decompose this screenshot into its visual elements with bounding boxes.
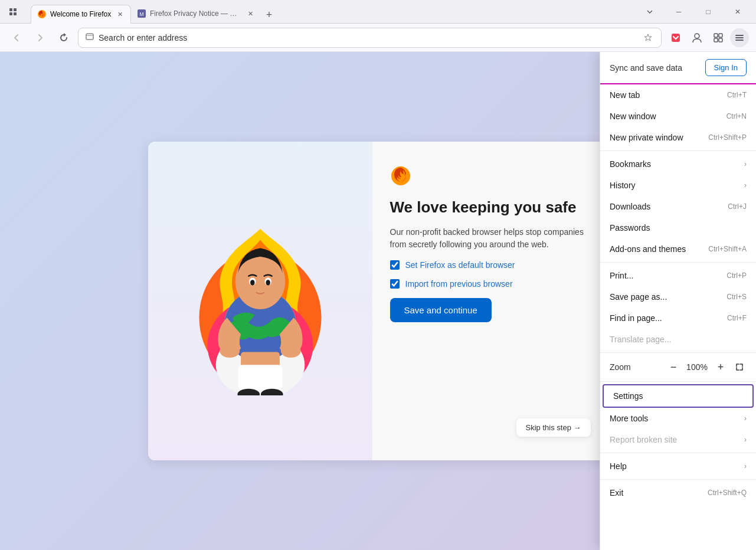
menu-shortcut-find-in-page: Ctrl+F [727, 314, 747, 322]
maximize-button[interactable]: □ [695, 2, 722, 21]
import-browser-row: Import from previous browser [390, 279, 591, 289]
menu-divider [600, 381, 756, 382]
menu-divider [600, 453, 756, 453]
menu-item-passwords[interactable]: Passwords [600, 217, 756, 238]
svg-rect-8 [672, 34, 680, 42]
menu-item-label-more-tools: More tools [610, 414, 648, 423]
svg-rect-12 [714, 38, 718, 42]
menu-arrow-help: › [744, 462, 747, 470]
menu-item-left-addons: Add-ons and themes [610, 244, 686, 254]
reload-button[interactable] [54, 28, 73, 47]
menu-item-left-bookmarks: Bookmarks [610, 159, 651, 169]
svg-rect-3 [14, 12, 17, 15]
menu-divider [600, 150, 756, 151]
menu-item-history[interactable]: History › [600, 175, 756, 196]
menu-item-find-in-page[interactable]: Find in page... Ctrl+F [600, 307, 756, 329]
close-button[interactable]: ✕ [724, 2, 751, 21]
menu-shortcut-new-window: Ctrl+N [726, 112, 747, 120]
menu-item-help[interactable]: Help › [600, 456, 756, 477]
menu-item-settings[interactable]: Settings [603, 384, 754, 408]
menu-item-label-exit: Exit [610, 488, 623, 497]
svg-point-19 [220, 344, 240, 358]
menu-item-bookmarks[interactable]: Bookmarks › [600, 153, 756, 175]
menu-item-label-save-page: Save page as... [610, 292, 667, 302]
zoom-minus-button[interactable]: − [666, 360, 680, 374]
welcome-title: We love keeping you safe [390, 198, 591, 217]
menu-item-label-new-private-window: New private window [610, 133, 683, 142]
firefox-mascot [178, 207, 343, 395]
svg-rect-2 [9, 12, 12, 15]
svg-point-31 [266, 280, 270, 285]
zoom-expand-button[interactable] [732, 360, 747, 374]
menu-item-print[interactable]: Print... Ctrl+P [600, 265, 756, 286]
menu-divider [600, 352, 756, 353]
tab-welcome[interactable]: Welcome to Firefox ✕ [31, 5, 131, 24]
svg-rect-13 [719, 38, 722, 42]
menu-item-new-private-window[interactable]: New private window Ctrl+Shift+P [600, 127, 756, 148]
tab-privacy-close[interactable]: ✕ [246, 9, 255, 18]
pocket-button[interactable] [666, 28, 685, 47]
menu-sync-row: Sync and save data Sign In [600, 52, 756, 84]
menu-item-label-settings: Settings [613, 391, 643, 401]
menu-item-left-more-tools: More tools [610, 414, 648, 423]
address-bar[interactable] [78, 28, 662, 48]
sign-in-button[interactable]: Sign In [705, 59, 747, 76]
menu-item-exit[interactable]: Exit Ctrl+Shift+Q [600, 482, 756, 503]
window-controls-right: ─ □ ✕ [665, 2, 751, 21]
tab-welcome-title: Welcome to Firefox [50, 10, 112, 18]
menu-shortcut-exit: Ctrl+Shift+Q [708, 489, 747, 497]
menu-item-translate-page: Translate page... [600, 329, 756, 350]
card-left [148, 142, 372, 460]
bookmark-star-button[interactable] [642, 32, 654, 44]
menu-item-label-new-window: New window [610, 112, 656, 121]
extensions-button[interactable] [709, 28, 728, 47]
default-browser-checkbox[interactable] [390, 260, 400, 270]
menu-item-label-downloads: Downloads [610, 202, 650, 211]
import-browser-checkbox[interactable] [390, 279, 400, 289]
title-bar: Welcome to Firefox ✕ M Firefox Privacy N… [0, 0, 756, 24]
menu-item-left-settings: Settings [613, 391, 643, 401]
menu-item-label-print: Print... [610, 271, 633, 280]
nav-icons [666, 28, 749, 47]
firefox-logo [390, 165, 591, 189]
tab-privacy-favicon: M [137, 9, 146, 18]
svg-rect-10 [714, 34, 718, 37]
menu-item-downloads[interactable]: Downloads Ctrl+J [600, 196, 756, 217]
tab-group-button[interactable] [5, 4, 21, 20]
tab-privacy[interactable]: M Firefox Privacy Notice — Mozill ✕ [131, 4, 261, 23]
menu-item-save-page[interactable]: Save page as... Ctrl+S [600, 286, 756, 307]
tab-welcome-close[interactable]: ✕ [115, 9, 125, 19]
menu-arrow-more-tools: › [744, 414, 747, 423]
skip-link[interactable]: Skip this step → [516, 418, 591, 437]
svg-point-30 [250, 280, 255, 285]
menu-item-more-tools[interactable]: More tools › [600, 408, 756, 429]
welcome-card: We love keeping you safe Our non-profit … [148, 142, 608, 460]
zoom-plus-button[interactable]: + [714, 360, 728, 374]
tab-bar: Welcome to Firefox ✕ M Firefox Privacy N… [31, 0, 634, 23]
window-controls-left [5, 4, 21, 20]
menu-item-left-find-in-page: Find in page... [610, 313, 662, 323]
svg-rect-1 [14, 8, 17, 11]
save-continue-button[interactable]: Save and continue [390, 298, 492, 322]
tab-welcome-favicon [37, 9, 47, 19]
tab-overflow-button[interactable] [640, 2, 659, 21]
menu-item-new-window[interactable]: New window Ctrl+N [600, 106, 756, 127]
menu-item-addons[interactable]: Add-ons and themes Ctrl+Shift+A [600, 238, 756, 260]
address-input[interactable] [99, 33, 637, 42]
svg-rect-11 [719, 34, 722, 37]
forward-button[interactable] [31, 28, 50, 47]
menu-item-left-exit: Exit [610, 488, 623, 497]
menu-item-label-passwords: Passwords [610, 223, 650, 233]
svg-rect-0 [9, 8, 12, 11]
menu-item-new-tab[interactable]: New tab Ctrl+T [600, 84, 756, 106]
new-tab-button[interactable]: + [261, 6, 277, 23]
back-button[interactable] [7, 28, 26, 47]
menu-item-left-history: History [610, 181, 636, 190]
minimize-button[interactable]: ─ [665, 2, 692, 21]
menu-item-label-addons: Add-ons and themes [610, 244, 686, 254]
menu-button[interactable] [730, 28, 749, 47]
menu-item-label-bookmarks: Bookmarks [610, 159, 651, 169]
menu-item-left-new-private-window: New private window [610, 133, 683, 142]
account-button[interactable] [688, 28, 706, 47]
skip-row: Skip this step → [390, 418, 591, 437]
